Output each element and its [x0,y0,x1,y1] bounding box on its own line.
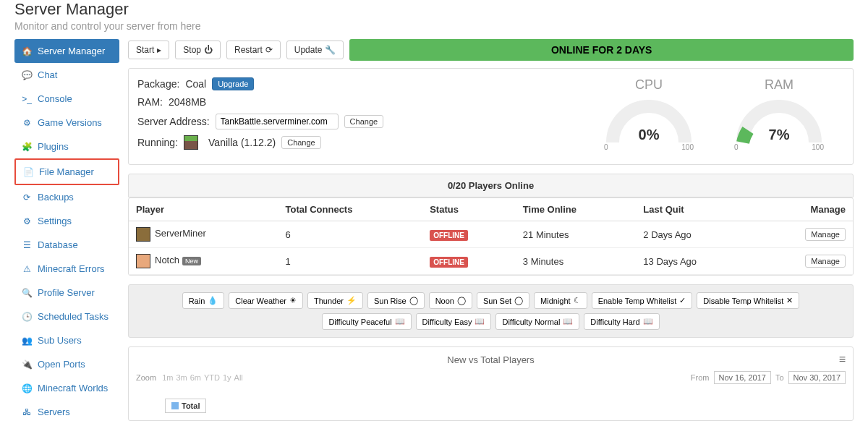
sidebar-item-label: Database [38,239,78,250]
table-row: NotchNew1OFFLINE3 Minutes13 Days AgoMana… [129,248,853,275]
sidebar-item-label: Profile Server [38,287,95,298]
zoom-6m[interactable]: 6m [190,373,201,382]
sidebar-item-minecraft-worlds[interactable]: 🌐Minecraft Worlds [14,376,119,400]
sidebar-item-file-manager[interactable]: 📄File Manager [14,158,119,185]
sidebar-item-label: Minecraft Errors [38,263,104,274]
ram-gauge: RAM 7% 0100 [728,77,830,156]
action-sun-rise[interactable]: Sun Rise ◯ [367,292,425,309]
player-avatar [136,227,150,242]
action-midnight[interactable]: Midnight ☾ [534,292,587,309]
new-badge: New [182,257,201,265]
change-address-button[interactable]: Change [344,115,384,128]
action-thunder[interactable]: Thunder ⚡ [307,292,363,309]
action-difficulty-hard[interactable]: Difficulty Hard 📖 [584,313,659,330]
player-connects: 6 [278,221,422,248]
sidebar-item-game-versions[interactable]: ⚙Game Versions [14,111,119,135]
stop-button[interactable]: Stop ⏻ [175,41,221,59]
database-icon: ☰ [22,240,32,250]
action-icon: ✕ [786,296,793,305]
quick-actions: Rain 💧Clear Weather ☀Thunder ⚡Sun Rise ◯… [128,284,854,338]
sidebar-item-label: Server Manager [38,46,105,56]
sidebar-item-servers[interactable]: 🖧Servers [14,400,119,424]
zoom-All[interactable]: All [234,373,243,382]
zoom-label: Zoom [136,373,156,382]
file-manager-icon: 📄 [23,167,33,177]
wrench-icon: 🔧 [325,45,336,55]
address-label: Server Address: [137,116,210,127]
column-header: Last Quit [636,198,756,221]
action-difficulty-peaceful[interactable]: Difficulty Peaceful 📖 [322,313,411,330]
players-online-header: 0/20 Players Online [128,174,854,197]
package-value: Coal [185,78,206,90]
column-header: Status [422,198,516,221]
upgrade-button[interactable]: Upgrade [212,77,254,90]
game-versions-icon: ⚙ [22,118,32,128]
to-label: To [775,373,784,382]
manage-button[interactable]: Manage [805,255,846,268]
running-label: Running: [137,137,178,148]
sidebar-item-backups[interactable]: ⟳Backups [14,185,119,209]
change-version-button[interactable]: Change [281,136,321,149]
legend-swatch-icon [171,402,179,409]
sidebar-item-profile-server[interactable]: 🔍Profile Server [14,281,119,305]
action-sun-set[interactable]: Sun Set ◯ [477,292,529,309]
zoom-3m[interactable]: 3m [176,373,187,382]
column-header: Player [129,198,278,221]
sidebar-item-label: Plugins [38,141,69,152]
page-title: Server Manager [14,0,854,19]
column-header: Manage [756,198,853,221]
action-icon: 📖 [563,317,573,326]
action-icon: ☾ [574,296,581,305]
ram-gauge-title: RAM [728,77,830,93]
sidebar-item-chat[interactable]: 💬Chat [14,63,119,87]
cpu-gauge: CPU 0% 0100 [598,77,699,156]
action-disable-temp-whitelist[interactable]: Disable Temp Whitelist ✕ [697,292,799,309]
zoom-YTD[interactable]: YTD [204,373,220,382]
sidebar: 🏠Server Manager💬Chat>_Console⚙Game Versi… [14,39,119,424]
update-button[interactable]: Update 🔧 [286,41,344,59]
action-rain[interactable]: Rain 💧 [182,292,225,309]
action-difficulty-normal[interactable]: Difficulty Normal 📖 [495,313,579,330]
address-input[interactable] [216,114,339,129]
action-enable-temp-whitelist[interactable]: Enable Temp Whitelist ✓ [592,292,693,309]
restart-button[interactable]: Restart ⟳ [226,41,281,59]
sidebar-item-server-manager[interactable]: 🏠Server Manager [14,39,119,63]
sidebar-item-label: Open Ports [38,359,85,370]
action-icon: ⚡ [346,296,357,305]
player-name: Notch [155,255,179,265]
sidebar-item-settings[interactable]: ⚙Settings [14,209,119,233]
start-button[interactable]: Start ▸ [128,41,169,59]
column-header: Total Connects [278,198,422,221]
zoom-1m[interactable]: 1m [162,373,173,382]
action-clear-weather[interactable]: Clear Weather ☀ [229,292,303,309]
scheduled-tasks-icon: 🕒 [22,312,32,322]
sidebar-item-database[interactable]: ☰Database [14,233,119,257]
action-difficulty-easy[interactable]: Difficulty Easy 📖 [416,313,492,330]
from-date[interactable]: Nov 16, 2017 [714,371,771,384]
to-date[interactable]: Nov 30, 2017 [788,371,846,384]
sidebar-item-label: Chat [38,69,57,80]
settings-icon: ⚙ [22,216,32,226]
manage-button[interactable]: Manage [805,228,846,241]
sidebar-item-open-ports[interactable]: 🔌Open Ports [14,352,119,376]
sidebar-item-console[interactable]: >_Console [14,87,119,111]
sidebar-item-plugins[interactable]: 🧩Plugins [14,135,119,158]
action-icon: ✓ [679,296,686,305]
sidebar-item-minecraft-errors[interactable]: ⚠Minecraft Errors [14,257,119,281]
chart-menu-icon[interactable]: ≡ [839,353,846,366]
player-time: 21 Minutes [516,221,636,248]
plugins-icon: 🧩 [22,142,32,152]
action-icon: 💧 [208,296,218,305]
grass-block-icon [184,135,198,150]
open-ports-icon: 🔌 [22,359,32,370]
ram-value: 2048MB [169,96,206,108]
server-manager-icon: 🏠 [22,46,32,56]
action-icon: 📖 [395,317,405,326]
sidebar-item-sub-users[interactable]: 👥Sub Users [14,328,119,352]
action-icon: ◯ [409,296,418,305]
cpu-title: CPU [598,77,699,93]
zoom-1y[interactable]: 1y [223,373,231,382]
chart-legend[interactable]: Total [165,399,206,413]
action-noon[interactable]: Noon ◯ [429,292,472,309]
sidebar-item-scheduled-tasks[interactable]: 🕒Scheduled Tasks [14,305,119,328]
